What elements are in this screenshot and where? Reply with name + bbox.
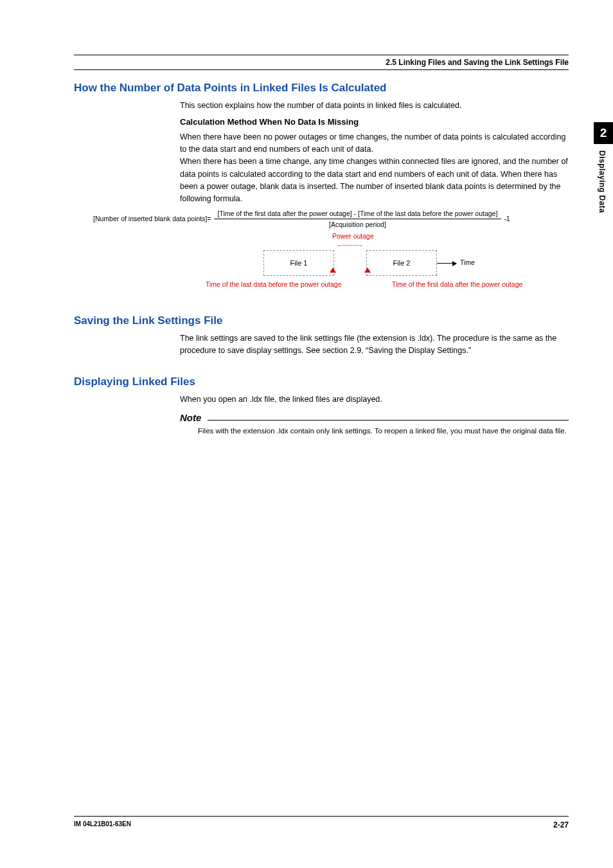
label-time-after: Time of the first data after the power o…: [392, 280, 522, 288]
marker-after-icon: [364, 267, 371, 273]
note-rule-line: [208, 420, 569, 420]
subheading-method: Calculation Method When No Data Is Missi…: [180, 116, 569, 129]
top-rule: [74, 55, 569, 55]
paragraph-time-change: When there has been a time change, any t…: [180, 156, 569, 206]
formula-denominator: [Acquisition period]: [329, 219, 386, 228]
formula-lhs: [Number of inserted blank data points]=: [93, 215, 211, 222]
formula-fraction: [Time of the first data after the power …: [214, 210, 502, 228]
curly-brace-icon: ⏞: [338, 244, 363, 251]
heading-displaying: Displaying Linked Files: [74, 375, 569, 388]
page-footer: IM 04L21B01-63EN 2-27: [74, 816, 569, 829]
chapter-label: Displaying Data: [594, 144, 610, 220]
power-outage-diagram: Power outage ⏞ File 1 File 2 Time Time o…: [180, 232, 540, 296]
chapter-number-badge: 2: [594, 122, 613, 144]
paragraph-no-outage: When there have been no power outages or…: [180, 131, 569, 156]
file1-box: File 1: [263, 250, 334, 276]
heading-calculation: How the Number of Data Points in Linked …: [74, 82, 569, 95]
saving-body: The link settings are saved to the link …: [180, 332, 569, 357]
displaying-body: When you open an .ldx file, the linked f…: [180, 393, 569, 406]
label-time-before: Time of the last data before the power o…: [206, 280, 342, 288]
intro-text: This section explains how the number of …: [180, 100, 569, 112]
label-power-outage: Power outage: [332, 232, 374, 240]
breadcrumb: 2.5 Linking Files and Saving the Link Se…: [74, 58, 569, 70]
formula-tail: -1: [504, 215, 510, 222]
note-body: Files with the extension .ldx contain on…: [180, 423, 569, 437]
marker-before-icon: [330, 267, 336, 273]
file2-box: File 2: [366, 250, 437, 276]
heading-saving: Saving the Link Settings File: [74, 314, 569, 327]
time-arrow-icon: [437, 263, 456, 264]
note-label: Note: [180, 412, 205, 423]
label-time: Time: [460, 258, 475, 266]
chapter-side-tab: 2 Displaying Data: [594, 122, 613, 220]
formula: [Number of inserted blank data points]= …: [93, 210, 569, 228]
doc-id: IM 04L21B01-63EN: [74, 820, 131, 829]
formula-numerator: [Time of the first data after the power …: [214, 210, 502, 219]
note-block: Note Files with the extension .ldx conta…: [180, 412, 569, 437]
page-number: 2-27: [553, 820, 569, 829]
